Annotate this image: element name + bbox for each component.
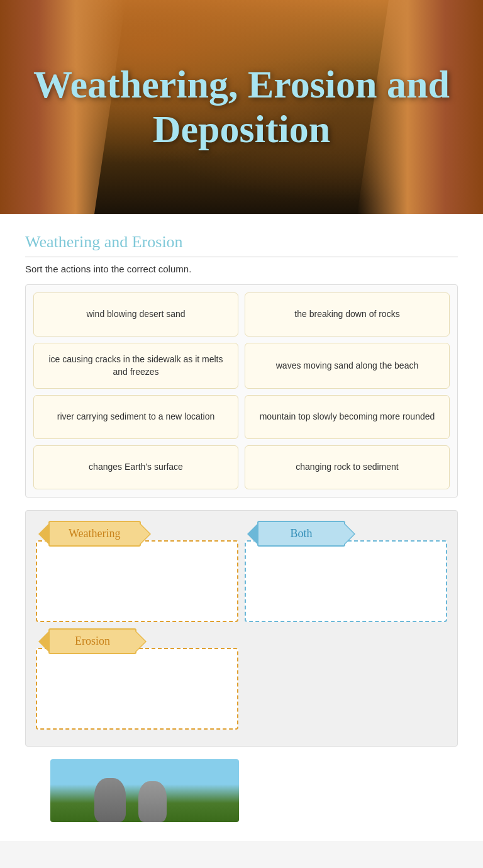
list-item[interactable]: changing rock to sediment [245, 445, 450, 489]
bottom-image [50, 759, 239, 822]
list-item[interactable]: river carrying sediment to a new locatio… [33, 395, 238, 439]
list-item[interactable]: waves moving sand along the beach [245, 343, 450, 389]
list-item[interactable]: wind blowing desert sand [33, 292, 238, 337]
rock-shape-2 [138, 781, 167, 822]
erosion-column: Erosion [36, 628, 238, 730]
erosion-banner: Erosion [48, 628, 136, 654]
both-drop-zone[interactable] [245, 540, 447, 622]
sort-container: Weathering Both [25, 510, 458, 747]
erosion-label: Erosion [48, 628, 136, 654]
sort-grid-top: Weathering Both [36, 521, 447, 622]
section-title: Weathering and Erosion [25, 233, 458, 257]
weathering-banner: Weathering [48, 521, 141, 547]
weathering-label: Weathering [48, 521, 141, 547]
list-item[interactable]: changes Earth's surface [33, 445, 238, 489]
cards-grid: wind blowing desert sand the breaking do… [33, 292, 450, 489]
weathering-column: Weathering [36, 521, 238, 622]
erosion-drop-zone[interactable] [36, 648, 238, 730]
list-item[interactable]: the breaking down of rocks [245, 292, 450, 337]
weathering-drop-zone[interactable] [36, 540, 238, 622]
list-item[interactable]: mountain top slowly becoming more rounde… [245, 395, 450, 439]
sort-grid-bottom: Erosion [36, 628, 447, 730]
both-banner: Both [257, 521, 345, 547]
both-column: Both [245, 521, 447, 622]
instructions: Sort the actions into the correct column… [25, 264, 458, 274]
hero-section: Weathering, Erosion and Deposition [0, 0, 483, 214]
main-content: Weathering and Erosion Sort the actions … [0, 214, 483, 841]
rock-shape-1 [94, 778, 126, 822]
both-label: Both [257, 521, 345, 547]
list-item[interactable]: ice causing cracks in the sidewalk as it… [33, 343, 238, 389]
hero-title: Weathering, Erosion and Deposition [0, 50, 483, 165]
cards-container: wind blowing desert sand the breaking do… [25, 284, 458, 498]
